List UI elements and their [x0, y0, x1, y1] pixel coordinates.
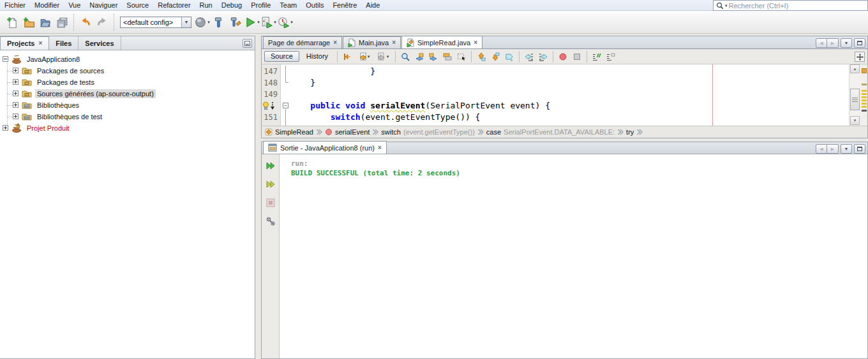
tree-item-packages-de-tests[interactable]: Packages de tests: [13, 77, 96, 87]
minimize-panel-button[interactable]: [243, 39, 252, 48]
menu-item-aide[interactable]: Aide: [361, 1, 384, 9]
menu-item-source[interactable]: Source: [122, 1, 153, 9]
breadcrumb-method[interactable]: serialEvent: [325, 128, 370, 136]
find-selection-button[interactable]: [399, 50, 412, 63]
expand-icon[interactable]: [3, 125, 8, 131]
stop-macro-recording-button[interactable]: [571, 50, 583, 63]
build-project-button[interactable]: [211, 13, 227, 31]
navigate-back-button[interactable]: ▾: [355, 50, 373, 63]
menu-item-naviguer[interactable]: Naviguer: [85, 1, 122, 9]
debug-project-button[interactable]: ▾: [260, 13, 277, 31]
close-icon[interactable]: ×: [333, 40, 337, 45]
next-bookmark-button[interactable]: [489, 50, 502, 63]
last-edit-location-button[interactable]: [341, 50, 354, 63]
split-document-button[interactable]: [855, 52, 865, 62]
scroll-tabs-right-button[interactable]: ▶: [827, 38, 839, 48]
open-project-button[interactable]: [37, 13, 54, 31]
start-macro-recording-button[interactable]: [557, 50, 569, 63]
find-next-occurrence-button[interactable]: [427, 50, 440, 63]
expand-icon[interactable]: [13, 102, 19, 108]
breadcrumb-try-block[interactable]: try: [626, 128, 634, 136]
warning-mark[interactable]: [862, 103, 867, 105]
overridden-method-arrow-icon[interactable]: [270, 101, 275, 110]
rerun-button[interactable]: [264, 159, 277, 172]
new-project-button[interactable]: [20, 13, 37, 31]
tree-item-projet-produit[interactable]: Projet Produit: [3, 122, 71, 133]
clean-and-build-button[interactable]: [227, 13, 244, 31]
annotation-glyphs[interactable]: [262, 100, 275, 112]
breadcrumb-chevron-icon[interactable]: [477, 128, 484, 136]
profile-project-button[interactable]: ▾: [277, 13, 294, 31]
tab-main-java[interactable]: Main.java ×: [343, 36, 401, 48]
scroll-tabs-right-button[interactable]: ▶: [827, 144, 839, 154]
new-file-button[interactable]: [4, 13, 20, 31]
tab-files[interactable]: Files: [49, 36, 79, 50]
toggle-bookmark-button[interactable]: [503, 50, 516, 63]
warning-mark[interactable]: [862, 96, 867, 98]
menu-item-run[interactable]: Run: [195, 1, 217, 9]
menu-item-debug[interactable]: Debug: [217, 1, 246, 9]
profile-caret-icon[interactable]: ▾: [290, 20, 293, 25]
config-combobox-arrow-icon[interactable]: ▼: [181, 17, 191, 27]
ant-settings-button[interactable]: [264, 215, 277, 228]
config-combobox[interactable]: <default config> ▼: [120, 17, 191, 28]
uncomment-button[interactable]: [604, 50, 617, 63]
undo-button[interactable]: [77, 13, 94, 31]
run-project-button[interactable]: ▾: [244, 13, 260, 31]
tab-projects[interactable]: Projects ×: [0, 36, 49, 50]
warning-mark[interactable]: [862, 106, 867, 108]
breadcrumb-case-block[interactable]: case SerialPortEvent.DATA_AVAILABLE:: [486, 128, 615, 136]
breadcrumb-chevron-icon[interactable]: [636, 128, 643, 136]
maximize-window-button[interactable]: [854, 38, 865, 48]
warning-mark[interactable]: [862, 90, 867, 92]
scroll-up-button[interactable]: ▲: [850, 64, 860, 73]
shift-line-left-button[interactable]: [523, 50, 535, 63]
forward-history-caret-icon[interactable]: ▾: [387, 54, 389, 59]
code-editor[interactable]: 147 148 149 151 − } } public void serial…: [261, 64, 868, 126]
code-fold-margin[interactable]: −: [281, 64, 290, 126]
breadcrumb-chevron-icon[interactable]: [617, 128, 624, 136]
tree-item-javaapplication8[interactable]: JavaApplication8: [3, 54, 82, 64]
navigate-forward-button[interactable]: ▾: [374, 50, 392, 63]
tab-list-dropdown-button[interactable]: ▼: [841, 38, 852, 48]
search-scope-caret-icon[interactable]: ▾: [725, 3, 728, 8]
deploy-button[interactable]: ▾: [194, 13, 211, 31]
breadcrumb-switch-block[interactable]: switch (event.getEventType()): [381, 128, 474, 136]
tab-services[interactable]: Services: [79, 36, 121, 50]
toggle-rectangular-selection-button[interactable]: [455, 50, 468, 63]
expand-icon[interactable]: [13, 68, 19, 73]
menu-item-refactorer[interactable]: Refactorer: [153, 1, 195, 9]
find-previous-occurrence-button[interactable]: [413, 50, 426, 63]
scroll-tabs-left-button[interactable]: ◀: [816, 144, 827, 154]
save-all-button[interactable]: [54, 13, 70, 31]
previous-bookmark-button[interactable]: [475, 50, 488, 63]
tab-list-dropdown-button[interactable]: ▼: [841, 144, 852, 154]
expand-icon[interactable]: [13, 91, 19, 96]
menu-item-fenetre[interactable]: Fenêtre: [328, 1, 361, 9]
close-icon[interactable]: ×: [38, 41, 42, 46]
debug-caret-icon[interactable]: ▾: [274, 20, 276, 25]
comment-button[interactable]: [590, 50, 603, 63]
search-input[interactable]: [729, 2, 865, 10]
quick-search-box[interactable]: ▾: [713, 0, 868, 11]
warning-mark[interactable]: [862, 84, 867, 85]
breadcrumb-class[interactable]: SimpleRead: [265, 128, 313, 136]
menu-item-outils[interactable]: Outils: [301, 1, 328, 9]
expand-icon[interactable]: [13, 79, 19, 85]
breadcrumb-chevron-icon[interactable]: [316, 128, 322, 136]
tree-item-bibliotheques-de-test[interactable]: Bibliothèques de test: [13, 111, 104, 122]
error-stripe[interactable]: [860, 64, 868, 126]
close-icon[interactable]: ×: [474, 40, 477, 45]
redo-button[interactable]: [94, 13, 110, 31]
editor-vertical-scrollbar[interactable]: ▲ ▼: [849, 64, 860, 126]
tab-simpleread-java[interactable]: SimpleRead.java ×: [401, 36, 483, 48]
expand-icon[interactable]: [13, 114, 19, 119]
menu-item-team[interactable]: Team: [275, 1, 301, 9]
collapse-fold-icon[interactable]: −: [283, 103, 288, 108]
scrollbar-thumb[interactable]: [850, 89, 860, 110]
scroll-tabs-left-button[interactable]: ◀: [816, 38, 827, 48]
menu-item-vue[interactable]: Vue: [64, 1, 85, 9]
rerun-with-different-parameters-button[interactable]: [264, 178, 277, 191]
menu-item-fichier[interactable]: Fichier: [0, 1, 30, 9]
history-view-button[interactable]: History: [301, 52, 334, 61]
